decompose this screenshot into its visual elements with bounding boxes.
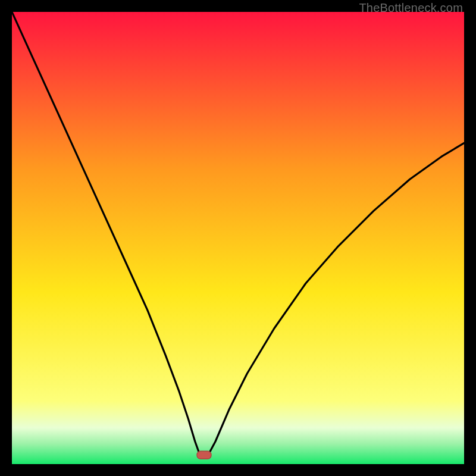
optimal-point-marker (197, 451, 211, 459)
watermark-text: TheBottleneck.com (359, 1, 463, 15)
chart-svg (12, 12, 464, 464)
chart-frame (12, 12, 464, 464)
gradient-background (12, 12, 464, 464)
